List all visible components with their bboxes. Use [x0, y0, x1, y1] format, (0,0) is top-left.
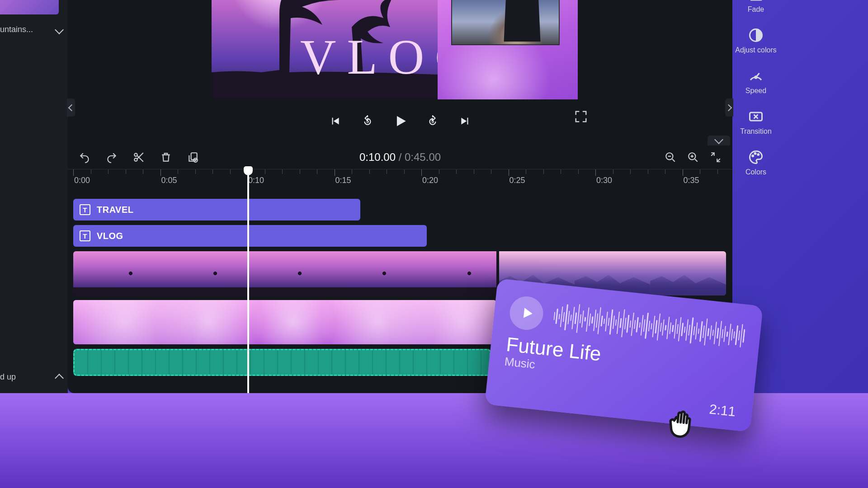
ruler-minor-tick	[665, 169, 665, 174]
fit-timeline-button[interactable]	[710, 151, 722, 163]
rewind-seconds-label: 5	[366, 118, 369, 124]
overlay-video-clip[interactable]	[73, 300, 496, 344]
tool-label: Speed	[745, 87, 766, 95]
ruler-minor-tick	[178, 169, 178, 174]
ruler-minor-tick	[456, 169, 457, 174]
ruler-tick	[73, 169, 74, 176]
ruler-label: 0:10	[248, 176, 264, 185]
ruler-minor-tick	[369, 169, 370, 174]
ruler-minor-tick	[613, 169, 613, 174]
svg-point-9	[752, 155, 754, 157]
fullscreen-button[interactable]	[574, 110, 588, 123]
duplicate-button[interactable]	[187, 151, 199, 163]
collapse-timeline-button[interactable]	[708, 136, 730, 145]
preview-overlay-frame	[438, 0, 578, 99]
ruler-minor-tick	[108, 169, 108, 174]
zoom-in-button[interactable]	[687, 151, 699, 163]
tool-label: Transition	[740, 127, 772, 136]
current-time: 0:10.00	[359, 151, 396, 163]
tool-fade[interactable]: Fade	[748, 0, 764, 14]
text-clip[interactable]: TVLOG	[73, 225, 427, 247]
ruler-tick	[335, 169, 335, 176]
ruler-minor-tick	[717, 169, 718, 174]
split-button[interactable]	[133, 151, 145, 163]
ruler-tick	[160, 169, 161, 176]
text-icon: T	[80, 204, 90, 215]
media-thumbnail[interactable]	[0, 0, 59, 14]
redo-button[interactable]	[106, 151, 118, 163]
media-group-row[interactable]: d up	[0, 372, 68, 382]
video-clip-thumbnail[interactable]	[411, 251, 496, 296]
skip-start-button[interactable]	[327, 113, 343, 129]
grab-cursor-icon	[662, 399, 703, 441]
delete-button[interactable]	[160, 151, 172, 163]
music-card-dragging[interactable]: Future Life Music 2:11	[485, 278, 763, 432]
chevron-down-icon	[55, 25, 64, 34]
tool-transition[interactable]: Transition	[740, 108, 772, 136]
media-item-row[interactable]: untains...	[0, 25, 68, 34]
media-group-label: d up	[0, 372, 16, 382]
tool-speed[interactable]: Speed	[745, 68, 766, 95]
text-clip-label: VLOG	[97, 231, 123, 241]
ruler-minor-tick	[352, 169, 352, 174]
ruler-minor-tick	[404, 169, 405, 174]
undo-button[interactable]	[79, 151, 90, 163]
properties-rail: FadeAdjust colorsSpeedTransitionColors	[731, 0, 781, 217]
playhead[interactable]	[247, 170, 249, 393]
audio-drop-zone[interactable]	[73, 349, 491, 376]
text-clip[interactable]: TTRAVEL	[73, 199, 360, 221]
ruler-tick	[421, 169, 422, 176]
video-clip-thumbnail[interactable]	[650, 251, 726, 296]
ruler-minor-tick	[439, 169, 439, 174]
rewind-5-button[interactable]: 5	[360, 113, 375, 129]
video-clip-thumbnail[interactable]	[327, 251, 411, 296]
video-clip-thumbnail[interactable]	[242, 251, 327, 296]
ruler-tick	[509, 169, 509, 176]
ruler-minor-tick	[387, 169, 387, 174]
ruler-label: 0:05	[161, 176, 177, 185]
zoom-out-button[interactable]	[665, 151, 676, 163]
ruler-minor-tick	[578, 169, 579, 174]
forward-5-button[interactable]: 5	[425, 113, 440, 129]
timeline-ruler[interactable]: 0:000:050:100:150:200:250:300:35	[68, 169, 732, 189]
music-preview-play-button[interactable]	[508, 295, 545, 331]
video-clip-thumbnail[interactable]	[73, 251, 158, 296]
ruler-tick	[683, 169, 683, 176]
svg-point-11	[758, 154, 759, 155]
ruler-minor-tick	[195, 169, 196, 174]
ruler-label: 0:30	[596, 176, 612, 185]
ruler-minor-tick	[212, 169, 213, 174]
tool-label: Colors	[745, 168, 766, 176]
ruler-label: 0:15	[335, 176, 351, 185]
tool-colors[interactable]: Colors	[745, 149, 766, 176]
preview-canvas[interactable]: VLOG	[212, 0, 578, 99]
music-duration: 2:11	[708, 402, 736, 420]
timecode: 0:10.00 / 0:45.00	[359, 151, 441, 164]
adjust-icon	[748, 27, 764, 43]
video-clip-thumbnail[interactable]	[158, 251, 242, 296]
colors-icon	[748, 149, 764, 165]
ruler-minor-tick	[91, 169, 91, 174]
ruler-minor-tick	[648, 169, 648, 174]
total-time: 0:45.00	[405, 151, 441, 163]
ruler-minor-tick	[474, 169, 474, 174]
text-icon: T	[80, 230, 90, 241]
play-button[interactable]	[392, 113, 408, 129]
ruler-minor-tick	[561, 169, 561, 174]
picture-in-picture[interactable]	[451, 0, 560, 45]
speed-icon	[748, 68, 764, 84]
ruler-minor-tick	[630, 169, 631, 174]
tool-adjust[interactable]: Adjust colors	[735, 27, 777, 54]
transition-icon	[748, 108, 764, 125]
ruler-label: 0:25	[509, 176, 525, 185]
timeline-toolbar: 0:10.00 / 0:45.00	[68, 145, 732, 169]
skip-end-button[interactable]	[458, 113, 473, 129]
chevron-up-icon	[55, 374, 64, 383]
text-clip-label: TRAVEL	[97, 205, 134, 215]
svg-point-10	[755, 153, 756, 154]
forward-seconds-label: 5	[431, 118, 434, 124]
ruler-minor-tick	[543, 169, 544, 174]
tool-label: Adjust colors	[735, 46, 777, 54]
ruler-minor-tick	[526, 169, 526, 174]
ruler-minor-tick	[317, 169, 317, 174]
